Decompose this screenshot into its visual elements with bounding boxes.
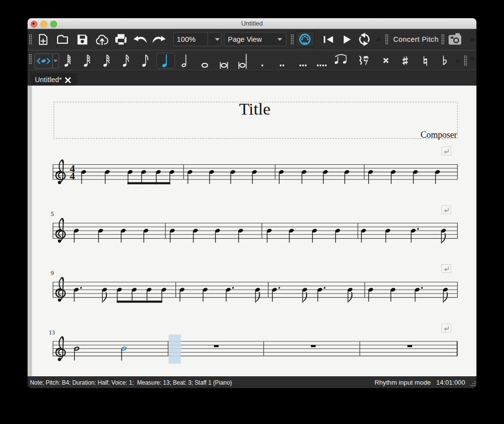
svg-text:4: 4 <box>70 170 75 182</box>
svg-text:Concert Pitch: Concert Pitch <box>393 35 439 43</box>
svg-text:100%: 100% <box>177 35 195 43</box>
svg-text:13: 13 <box>49 329 55 336</box>
svg-text:Composer: Composer <box>421 130 457 140</box>
svg-text:5: 5 <box>51 211 54 217</box>
svg-text:9: 9 <box>51 270 54 276</box>
svg-text:Title: Title <box>239 99 271 118</box>
svg-text:Page View: Page View <box>228 35 262 43</box>
